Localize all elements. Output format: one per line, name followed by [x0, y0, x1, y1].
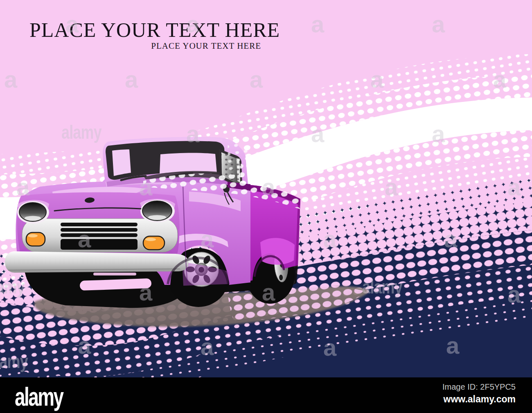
alamy-url-text: www.alamy.com [442, 394, 516, 405]
alamy-logo: alamy [15, 381, 63, 411]
footer-bar: alamy Image ID: 2F5YPC5 www.alamy.com [0, 377, 532, 413]
page-title: PLACE YOUR TEXT HERE [29, 18, 280, 42]
stock-image-page: PLACE YOUR TEXT HERE PLACE YOUR TEXT HER… [0, 0, 532, 413]
image-id-text: Image ID: 2F5YPC5 [442, 382, 516, 392]
page-subtitle: PLACE YOUR TEXT HERE [29, 41, 261, 51]
front-bumper [5, 251, 188, 273]
illustration-canvas [0, 0, 532, 413]
